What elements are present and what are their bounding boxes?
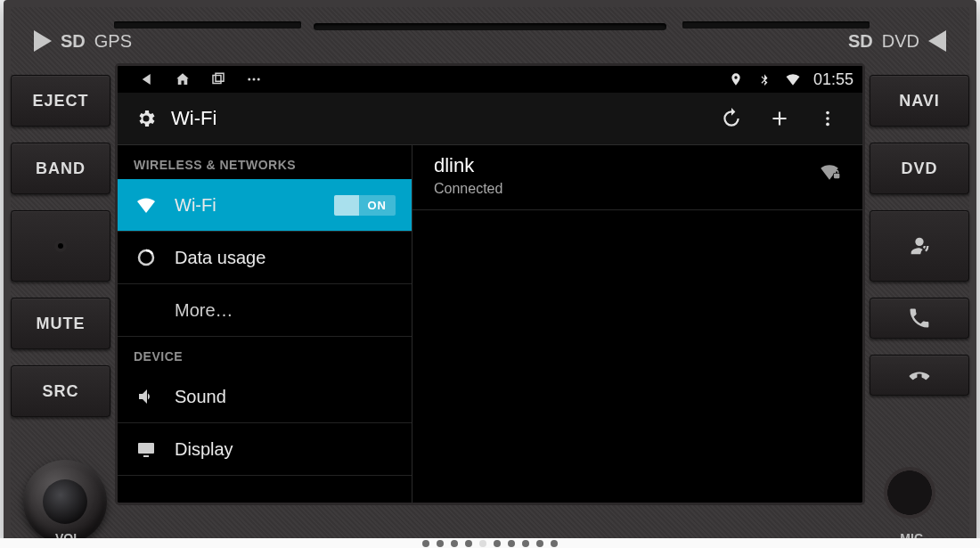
settings-gear-icon (135, 108, 157, 129)
wifi-toggle[interactable]: ON (334, 195, 396, 216)
settings-list-pane[interactable]: WIRELESS & NETWORKS Wi-Fi ON Data usage (118, 145, 412, 503)
data-usage-icon (134, 245, 159, 270)
top-strip: SD GPS SD DVD (29, 12, 951, 61)
settings-content: WIRELESS & NETWORKS Wi-Fi ON Data usage (118, 145, 862, 503)
setting-row-sound[interactable]: Sound (118, 371, 412, 423)
action-bar: Wi-Fi (118, 93, 862, 145)
src-button[interactable]: SRC (11, 365, 110, 417)
android-screen: 01:55 Wi-Fi (118, 66, 862, 503)
wps-button[interactable] (715, 102, 748, 135)
overflow-menu-button[interactable] (811, 102, 845, 135)
setting-label: Sound (175, 387, 226, 407)
status-bar: 01:55 (118, 66, 862, 93)
eject-button[interactable]: EJECT (11, 75, 110, 127)
phone-hangup-button[interactable] (870, 355, 969, 396)
navi-button[interactable]: NAVI (870, 75, 969, 127)
setting-label: Display (175, 439, 233, 460)
sound-icon (134, 384, 159, 409)
back-softkey[interactable] (139, 71, 155, 87)
section-wireless-header: WIRELESS & NETWORKS (118, 145, 412, 179)
wifi-networks-pane[interactable]: dlink Connected (412, 145, 862, 503)
setting-row-data-usage[interactable]: Data usage (118, 232, 412, 284)
head-unit: SD GPS SD DVD EJECT BAND MUTE SRC NAVI (4, 0, 976, 548)
setting-label: Data usage (175, 248, 265, 268)
carousel-dots (0, 538, 980, 548)
wifi-icon (134, 192, 159, 217)
svg-point-2 (248, 78, 250, 81)
svg-point-3 (253, 78, 256, 81)
disc-slot[interactable] (314, 23, 666, 30)
section-device-header: DEVICE (118, 337, 412, 371)
menu-softkey[interactable] (246, 71, 262, 87)
add-network-button[interactable] (763, 102, 796, 135)
network-ssid: dlink (434, 154, 841, 177)
sd-arrow-icon (34, 30, 52, 52)
setting-row-display[interactable]: Display (118, 423, 412, 476)
voice-button[interactable] (870, 210, 969, 282)
right-button-column: NAVI DVD (870, 75, 969, 396)
network-status: Connected (434, 181, 841, 197)
wifi-status-icon (785, 71, 801, 87)
svg-rect-1 (216, 73, 224, 81)
svg-point-4 (257, 78, 260, 81)
svg-point-6 (826, 117, 829, 120)
sd-arrow-icon (928, 30, 946, 52)
dvd-button[interactable]: DVD (870, 143, 969, 194)
bluetooth-status-icon (756, 71, 772, 87)
sd-dvd-label: SD DVD (848, 30, 946, 52)
location-status-icon (728, 71, 744, 87)
wifi-secure-icon (818, 159, 841, 183)
phone-hangup-icon (907, 363, 932, 388)
recents-softkey[interactable] (210, 71, 226, 87)
phone-pickup-button[interactable] (870, 298, 969, 339)
sd-slot-left[interactable] (114, 21, 301, 29)
home-softkey[interactable] (175, 71, 191, 87)
band-button[interactable]: BAND (11, 143, 110, 194)
left-button-column: EJECT BAND MUTE SRC (11, 75, 110, 417)
mute-button[interactable]: MUTE (11, 298, 110, 349)
setting-row-wifi[interactable]: Wi-Fi ON (118, 179, 412, 232)
reset-button[interactable] (11, 210, 110, 282)
voice-person-icon (907, 233, 932, 258)
sd-gps-label: SD GPS (34, 30, 132, 52)
setting-label: Wi-Fi (175, 195, 216, 216)
svg-rect-9 (138, 443, 154, 454)
network-row-dlink[interactable]: dlink Connected (412, 145, 862, 219)
sd-slot-right[interactable] (682, 21, 870, 29)
svg-point-5 (826, 111, 829, 115)
svg-rect-0 (213, 76, 221, 84)
setting-row-more[interactable]: More… (118, 284, 412, 337)
microphone-grill (884, 467, 935, 519)
svg-point-7 (826, 123, 829, 127)
status-time: 01:55 (813, 70, 853, 89)
action-bar-title: Wi-Fi (171, 107, 216, 130)
setting-label: More… (175, 300, 233, 321)
phone-pickup-icon (907, 306, 932, 331)
svg-rect-11 (834, 174, 840, 178)
display-icon (134, 437, 159, 462)
